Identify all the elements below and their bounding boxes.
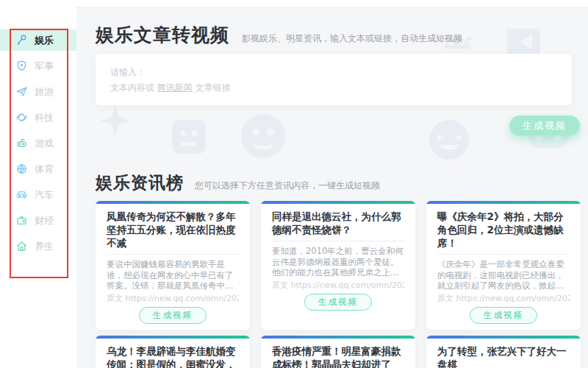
source-link-url: https://new.qq.com/omn/20220224/20220224… bbox=[291, 280, 405, 289]
source-link-label: 原文 bbox=[272, 280, 288, 289]
card-source-link[interactable]: 原文 https://new.qq.com/omn/20220225/20220… bbox=[437, 293, 570, 302]
page-title: 娱乐文章转视频 bbox=[96, 24, 229, 46]
sidebar-item-health[interactable]: 养生 bbox=[0, 236, 76, 257]
card-title: 同样是退出德云社，为什么郭德纲不责怪烧饼？ bbox=[272, 210, 404, 236]
news-card: 香港疫情严重！明星富豪捐款成标榜！郭晶晶夫妇却进了“通报名单” 香港如今面临着疫… bbox=[261, 336, 415, 368]
source-link-url: https://new.qq.com/omn/20220224/20220224… bbox=[126, 294, 240, 302]
paper-plane-icon bbox=[15, 85, 28, 98]
news-card: 为了转型，张艺兴下了好大一盘棋 “归国四子”中，现在发展比较稳妥的无疑是张艺兴，… bbox=[426, 336, 581, 368]
card-summary: 要知道，2010年之前，曹云金和何云伟是郭德纲最器重的两个爱徒。他们的能力也在其… bbox=[272, 246, 404, 277]
card-title: 为了转型，张艺兴下了好大一盘棋 bbox=[437, 344, 570, 368]
watermark-video-camera-icon bbox=[506, 27, 547, 57]
car-icon bbox=[15, 188, 28, 201]
card-generate-video-button[interactable]: 生成视频 bbox=[139, 307, 207, 324]
news-card: 凤凰传奇为何还不解散？多年坚持五五分账，现在依旧热度不减 要说中国赚钱最容易的男… bbox=[96, 201, 250, 330]
input-placeholder-line1: 请输入： bbox=[110, 65, 557, 80]
sidebar-item-entertainment[interactable]: 娱乐 bbox=[0, 29, 76, 51]
main-content: 娱乐文章转视频 影视娱乐、明星资讯，输入文本或链接，自动生成短视频 请输入： 文… bbox=[76, 7, 588, 368]
sidebar-item-tech[interactable]: 科技 bbox=[0, 107, 76, 128]
watermark-laughing-face-icon bbox=[428, 118, 470, 161]
article-input-area[interactable]: 请输入： 文本内容或 腾讯新闻 文章链接 bbox=[96, 54, 572, 105]
card-title: 凤凰传奇为何还不解散？多年坚持五五分账，现在依旧热度不减 bbox=[107, 210, 239, 250]
news-card: 乌龙！李晟辟谣与李佳航婚变传闻：图是假的，闺蜜没发，感情很好 2月28日下午，演… bbox=[96, 336, 250, 368]
sidebar-item-sports[interactable]: 体育 bbox=[0, 158, 76, 180]
watermark-square-face-icon bbox=[171, 118, 207, 155]
watermark-sparkle-icon bbox=[98, 104, 132, 138]
page-header: 娱乐文章转视频 影视娱乐、明星资讯，输入文本或链接，自动生成短视频 bbox=[96, 23, 462, 47]
news-card: 曝《庆余年2》将拍，大部分角色回归，2位主演或遗憾缺席！ 《庆余年》是一部非常受… bbox=[426, 201, 581, 330]
sidebar-item-finance[interactable]: 财经 bbox=[0, 210, 76, 231]
microphone-icon bbox=[15, 34, 28, 46]
source-link-url: https://new.qq.com/omn/20220225/20220225… bbox=[456, 294, 570, 302]
feed-subtitle: 您可以选择下方任意资讯内容，一键生成短视频 bbox=[195, 180, 380, 191]
divider bbox=[272, 241, 404, 241]
article-to-video-page: { "colors": { "accent_blue": "#4d73ea", … bbox=[0, 0, 588, 368]
card-generate-video-button[interactable]: 生成视频 bbox=[470, 307, 537, 324]
home-icon bbox=[15, 240, 28, 252]
divider bbox=[437, 254, 570, 255]
feed-header: 娱乐资讯榜 您可以选择下方任意资讯内容，一键生成短视频 bbox=[96, 171, 380, 194]
generate-video-button[interactable]: 生成视频 bbox=[509, 116, 580, 135]
shield-icon bbox=[15, 60, 28, 72]
watermark-smiley-icon bbox=[240, 113, 287, 160]
news-card-grid: 凤凰传奇为何还不解散？多年坚持五五分账，现在依旧热度不减 要说中国赚钱最容易的男… bbox=[96, 201, 581, 368]
news-card: 同样是退出德云社，为什么郭德纲不责怪烧饼？ 要知道，2010年之前，曹云金和何云… bbox=[261, 201, 415, 330]
divider bbox=[107, 254, 239, 255]
sidebar-item-travel[interactable]: 旅游 bbox=[0, 81, 76, 102]
tv-icon bbox=[15, 214, 28, 227]
sidebar-item-games[interactable]: 游戏 bbox=[0, 132, 76, 154]
card-title: 曝《庆余年2》将拍，大部分角色回归，2位主演或遗憾缺席！ bbox=[437, 210, 570, 250]
card-source-link[interactable]: 原文 https://new.qq.com/omn/20220224/20220… bbox=[272, 280, 404, 289]
planet-icon bbox=[15, 111, 28, 124]
card-generate-video-button[interactable]: 生成视频 bbox=[304, 294, 372, 311]
card-title: 乌龙！李晟辟谣与李佳航婚变传闻：图是假的，闺蜜没发，感情很好 bbox=[107, 344, 239, 368]
card-title: 香港疫情严重！明星富豪捐款成标榜！郭晶晶夫妇却进了“通报名单” bbox=[272, 344, 404, 368]
card-source-link[interactable]: 原文 https://new.qq.com/omn/20220224/20220… bbox=[107, 293, 239, 302]
source-link-label: 原文 bbox=[107, 294, 123, 302]
gamepad-icon bbox=[15, 137, 28, 149]
sidebar-item-cars[interactable]: 汽车 bbox=[0, 184, 76, 205]
card-summary: 要说中国赚钱最容易的男歌手是谁，想必现在网友的心中早已有了答案。没错，那就是凤凰… bbox=[107, 259, 239, 291]
sidebar-nav-list: 娱乐 军事 旅游 科技 游戏 体育 汽车 财经 养生 bbox=[0, 7, 76, 257]
feed-title: 娱乐资讯榜 bbox=[96, 173, 184, 192]
tencent-news-link[interactable]: 腾讯新闻 bbox=[157, 82, 193, 93]
card-summary: 《庆余年》是一部非常受观众喜爱的电视剧，这部电视剧已经播出，就立刻引起了网友的热… bbox=[437, 259, 570, 291]
source-link-label: 原文 bbox=[437, 294, 453, 302]
basketball-icon bbox=[15, 163, 28, 175]
input-placeholder-line2: 文本内容或 腾讯新闻 文章链接 bbox=[110, 80, 557, 96]
category-sidebar: 娱乐 军事 旅游 科技 游戏 体育 汽车 财经 养生 bbox=[0, 7, 76, 368]
page-subtitle: 影视娱乐、明星资讯，输入文本或链接，自动生成短视频 bbox=[242, 33, 462, 43]
sidebar-item-military[interactable]: 军事 bbox=[0, 55, 76, 77]
